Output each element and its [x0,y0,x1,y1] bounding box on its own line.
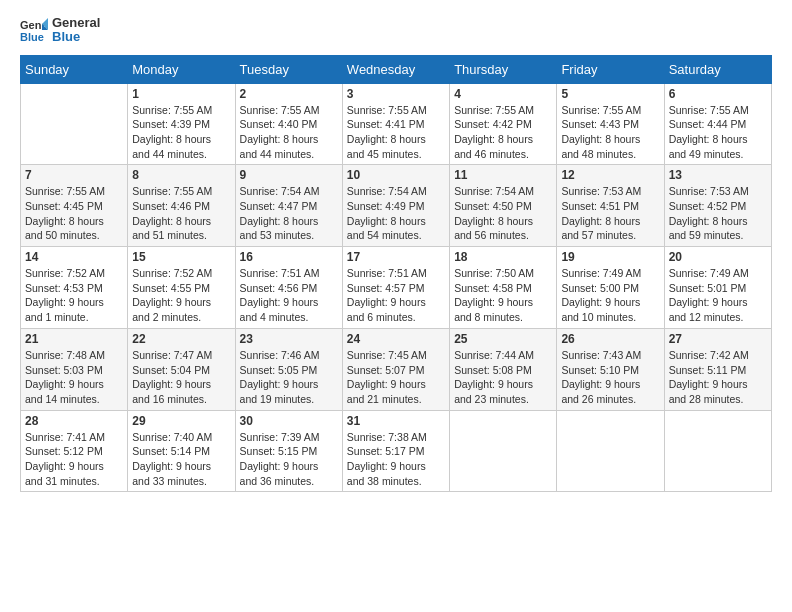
day-cell: 10Sunrise: 7:54 AMSunset: 4:49 PMDayligh… [342,165,449,247]
day-info: Sunrise: 7:40 AMSunset: 5:14 PMDaylight:… [132,430,230,489]
day-number: 31 [347,414,445,428]
day-cell: 16Sunrise: 7:51 AMSunset: 4:56 PMDayligh… [235,247,342,329]
day-cell: 22Sunrise: 7:47 AMSunset: 5:04 PMDayligh… [128,328,235,410]
logo-blue: Blue [52,30,100,44]
day-cell: 2Sunrise: 7:55 AMSunset: 4:40 PMDaylight… [235,83,342,165]
day-cell: 7Sunrise: 7:55 AMSunset: 4:45 PMDaylight… [21,165,128,247]
day-cell: 15Sunrise: 7:52 AMSunset: 4:55 PMDayligh… [128,247,235,329]
day-info: Sunrise: 7:52 AMSunset: 4:53 PMDaylight:… [25,266,123,325]
day-number: 27 [669,332,767,346]
week-row-2: 7Sunrise: 7:55 AMSunset: 4:45 PMDaylight… [21,165,772,247]
day-cell [664,410,771,492]
week-row-4: 21Sunrise: 7:48 AMSunset: 5:03 PMDayligh… [21,328,772,410]
day-info: Sunrise: 7:43 AMSunset: 5:10 PMDaylight:… [561,348,659,407]
day-info: Sunrise: 7:50 AMSunset: 4:58 PMDaylight:… [454,266,552,325]
col-header-wednesday: Wednesday [342,55,449,83]
day-number: 2 [240,87,338,101]
day-number: 18 [454,250,552,264]
day-number: 13 [669,168,767,182]
day-cell: 6Sunrise: 7:55 AMSunset: 4:44 PMDaylight… [664,83,771,165]
day-info: Sunrise: 7:53 AMSunset: 4:52 PMDaylight:… [669,184,767,243]
day-cell: 13Sunrise: 7:53 AMSunset: 4:52 PMDayligh… [664,165,771,247]
day-info: Sunrise: 7:55 AMSunset: 4:39 PMDaylight:… [132,103,230,162]
day-cell: 21Sunrise: 7:48 AMSunset: 5:03 PMDayligh… [21,328,128,410]
day-cell: 27Sunrise: 7:42 AMSunset: 5:11 PMDayligh… [664,328,771,410]
day-info: Sunrise: 7:55 AMSunset: 4:45 PMDaylight:… [25,184,123,243]
page: General Blue General Blue SundayMondayTu… [0,0,792,502]
day-number: 5 [561,87,659,101]
day-number: 10 [347,168,445,182]
logo-general: General [52,16,100,30]
col-header-saturday: Saturday [664,55,771,83]
day-cell: 20Sunrise: 7:49 AMSunset: 5:01 PMDayligh… [664,247,771,329]
day-number: 26 [561,332,659,346]
day-cell: 9Sunrise: 7:54 AMSunset: 4:47 PMDaylight… [235,165,342,247]
day-cell: 29Sunrise: 7:40 AMSunset: 5:14 PMDayligh… [128,410,235,492]
day-number: 12 [561,168,659,182]
day-number: 8 [132,168,230,182]
day-cell: 8Sunrise: 7:55 AMSunset: 4:46 PMDaylight… [128,165,235,247]
day-number: 24 [347,332,445,346]
day-cell: 12Sunrise: 7:53 AMSunset: 4:51 PMDayligh… [557,165,664,247]
col-header-thursday: Thursday [450,55,557,83]
day-cell: 18Sunrise: 7:50 AMSunset: 4:58 PMDayligh… [450,247,557,329]
day-info: Sunrise: 7:54 AMSunset: 4:49 PMDaylight:… [347,184,445,243]
logo: General Blue General Blue [20,16,100,45]
day-number: 7 [25,168,123,182]
day-cell: 19Sunrise: 7:49 AMSunset: 5:00 PMDayligh… [557,247,664,329]
logo-icon: General Blue [20,16,48,44]
day-cell: 26Sunrise: 7:43 AMSunset: 5:10 PMDayligh… [557,328,664,410]
day-cell [557,410,664,492]
day-number: 6 [669,87,767,101]
day-info: Sunrise: 7:51 AMSunset: 4:57 PMDaylight:… [347,266,445,325]
day-info: Sunrise: 7:51 AMSunset: 4:56 PMDaylight:… [240,266,338,325]
week-row-5: 28Sunrise: 7:41 AMSunset: 5:12 PMDayligh… [21,410,772,492]
day-cell: 4Sunrise: 7:55 AMSunset: 4:42 PMDaylight… [450,83,557,165]
day-cell [450,410,557,492]
day-info: Sunrise: 7:55 AMSunset: 4:46 PMDaylight:… [132,184,230,243]
col-header-friday: Friday [557,55,664,83]
day-number: 19 [561,250,659,264]
day-number: 22 [132,332,230,346]
day-cell: 3Sunrise: 7:55 AMSunset: 4:41 PMDaylight… [342,83,449,165]
day-number: 1 [132,87,230,101]
day-info: Sunrise: 7:38 AMSunset: 5:17 PMDaylight:… [347,430,445,489]
day-cell: 28Sunrise: 7:41 AMSunset: 5:12 PMDayligh… [21,410,128,492]
day-cell [21,83,128,165]
day-number: 20 [669,250,767,264]
day-number: 28 [25,414,123,428]
day-number: 30 [240,414,338,428]
col-header-monday: Monday [128,55,235,83]
day-info: Sunrise: 7:41 AMSunset: 5:12 PMDaylight:… [25,430,123,489]
day-info: Sunrise: 7:46 AMSunset: 5:05 PMDaylight:… [240,348,338,407]
day-number: 3 [347,87,445,101]
day-number: 25 [454,332,552,346]
day-info: Sunrise: 7:55 AMSunset: 4:41 PMDaylight:… [347,103,445,162]
day-cell: 11Sunrise: 7:54 AMSunset: 4:50 PMDayligh… [450,165,557,247]
day-info: Sunrise: 7:55 AMSunset: 4:43 PMDaylight:… [561,103,659,162]
day-info: Sunrise: 7:39 AMSunset: 5:15 PMDaylight:… [240,430,338,489]
day-number: 4 [454,87,552,101]
calendar-table: SundayMondayTuesdayWednesdayThursdayFrid… [20,55,772,493]
week-row-1: 1Sunrise: 7:55 AMSunset: 4:39 PMDaylight… [21,83,772,165]
day-info: Sunrise: 7:44 AMSunset: 5:08 PMDaylight:… [454,348,552,407]
day-number: 23 [240,332,338,346]
day-info: Sunrise: 7:49 AMSunset: 5:01 PMDaylight:… [669,266,767,325]
day-cell: 31Sunrise: 7:38 AMSunset: 5:17 PMDayligh… [342,410,449,492]
col-header-sunday: Sunday [21,55,128,83]
day-info: Sunrise: 7:54 AMSunset: 4:50 PMDaylight:… [454,184,552,243]
day-number: 16 [240,250,338,264]
day-info: Sunrise: 7:53 AMSunset: 4:51 PMDaylight:… [561,184,659,243]
day-info: Sunrise: 7:55 AMSunset: 4:42 PMDaylight:… [454,103,552,162]
day-number: 21 [25,332,123,346]
day-info: Sunrise: 7:49 AMSunset: 5:00 PMDaylight:… [561,266,659,325]
day-info: Sunrise: 7:42 AMSunset: 5:11 PMDaylight:… [669,348,767,407]
header: General Blue General Blue [20,16,772,45]
day-cell: 30Sunrise: 7:39 AMSunset: 5:15 PMDayligh… [235,410,342,492]
day-cell: 14Sunrise: 7:52 AMSunset: 4:53 PMDayligh… [21,247,128,329]
day-cell: 23Sunrise: 7:46 AMSunset: 5:05 PMDayligh… [235,328,342,410]
week-row-3: 14Sunrise: 7:52 AMSunset: 4:53 PMDayligh… [21,247,772,329]
day-cell: 5Sunrise: 7:55 AMSunset: 4:43 PMDaylight… [557,83,664,165]
day-cell: 1Sunrise: 7:55 AMSunset: 4:39 PMDaylight… [128,83,235,165]
day-number: 17 [347,250,445,264]
